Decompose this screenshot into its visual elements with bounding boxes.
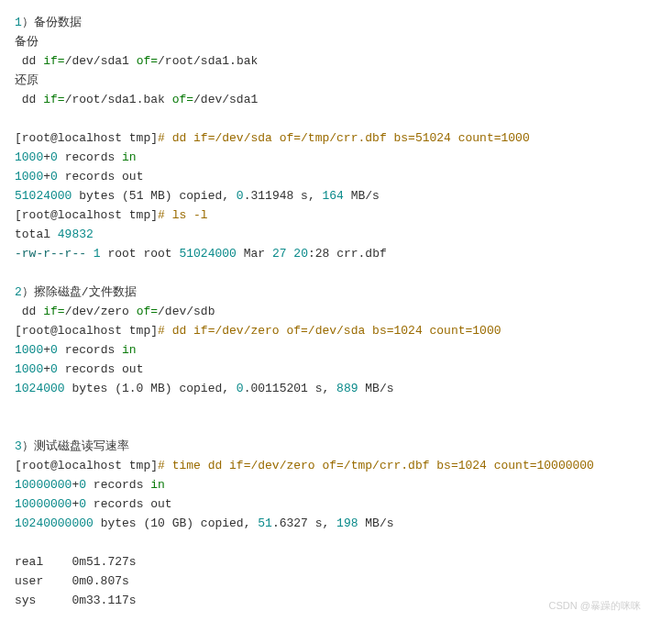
section-title: 测试磁盘读写速率 xyxy=(34,439,129,453)
time-real: real 0m51.727s xyxy=(15,555,137,569)
time-user: user 0m0.807s xyxy=(15,574,129,588)
label: 备份 xyxy=(15,35,39,49)
cmd: dd if=/dev/zero of=/dev/sda bs=1024 coun… xyxy=(172,324,501,338)
perm: -rw-r--r-- xyxy=(15,247,86,261)
cmd: time dd if=/dev/zero of=/tmp/crr.dbf bs=… xyxy=(172,459,594,472)
time-sys: sys 0m33.117s xyxy=(15,594,137,607)
code-block: 1）备份数据 备份 dd if=/dev/sda1 of=/root/sda1.… xyxy=(15,13,635,610)
cmd: ls -l xyxy=(172,208,208,222)
prompt: [root@localhost tmp] xyxy=(15,131,158,145)
section-title: 擦除磁盘/文件数据 xyxy=(34,285,137,299)
section-num: 3 xyxy=(15,439,22,453)
kw-of: of= xyxy=(129,54,158,68)
kw-if: if= xyxy=(43,54,64,68)
watermark: CSDN @暴躁的咪咪 xyxy=(549,596,641,616)
cmd: dd if=/dev/sda of=/tmp/crr.dbf bs=51024 … xyxy=(172,131,530,145)
section-num: 2 xyxy=(15,285,22,299)
label: 还原 xyxy=(15,73,39,87)
section-title: 备份数据 xyxy=(34,16,82,29)
section-num: 1 xyxy=(15,16,22,29)
